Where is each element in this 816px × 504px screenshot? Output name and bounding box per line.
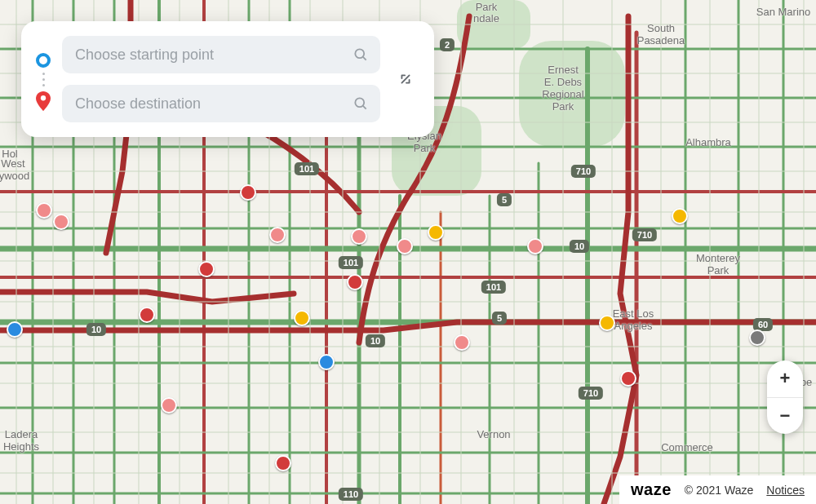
destination-row[interactable] [62,85,380,122]
zoom-in-button[interactable]: + [767,360,803,397]
waze-logo: waze [631,480,672,499]
copyright-text: © 2021 Waze [685,484,754,497]
starting-point-input[interactable] [73,46,344,64]
svg-rect-1 [519,41,625,147]
destination-pin-icon [36,91,51,111]
route-dots-icon [42,73,45,86]
svg-point-63 [41,95,46,100]
route-endpoints-indicator [36,48,51,111]
zoom-out-button[interactable]: − [767,397,803,435]
search-icon [353,46,369,63]
svg-line-67 [363,106,366,109]
destination-input[interactable] [73,95,344,113]
swap-route-button[interactable] [392,65,419,93]
route-inputs [62,36,380,122]
svg-line-65 [363,57,366,60]
svg-point-64 [355,49,364,58]
directions-panel [21,21,434,137]
attribution-bar: waze © 2021 Waze Notices [619,475,816,504]
zoom-control: + − [767,360,803,434]
origin-icon [36,53,51,68]
search-icon [353,95,369,112]
notices-link[interactable]: Notices [766,484,805,497]
svg-point-66 [355,98,364,107]
starting-point-row[interactable] [62,36,380,73]
